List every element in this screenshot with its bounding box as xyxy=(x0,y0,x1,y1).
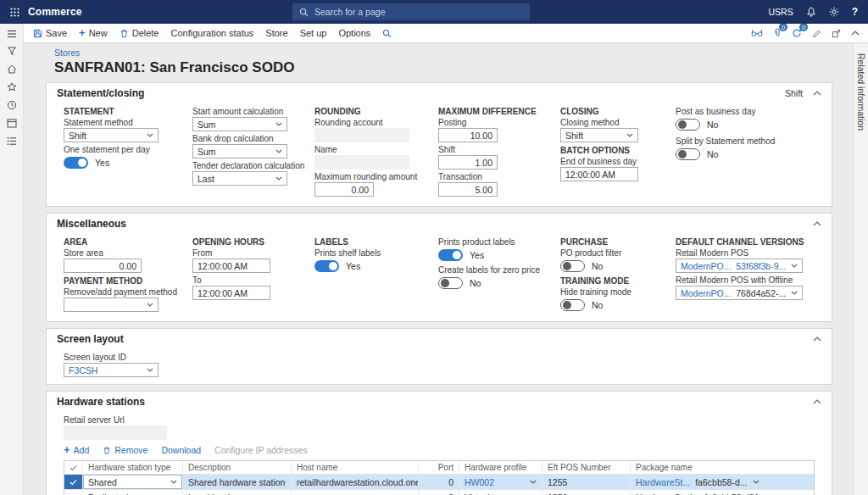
plus-icon: + xyxy=(64,446,70,454)
posting-input[interactable]: 10.00 xyxy=(438,128,498,142)
maximum-rounding-amount-input[interactable]: 0.00 xyxy=(314,182,374,197)
start-amount-calculation-select[interactable]: Sum xyxy=(192,117,287,131)
column-header-description[interactable]: Description xyxy=(183,461,292,474)
tab-options[interactable]: Options xyxy=(332,24,376,42)
tab-configuration-status[interactable]: Configuration status xyxy=(164,24,259,42)
tender-declaration-calculation-select[interactable]: Last xyxy=(192,171,287,186)
post-as-business-day-toggle[interactable] xyxy=(676,119,700,131)
field-opening-to: To 12:00:00 AM xyxy=(192,275,314,300)
row-checkbox-checked[interactable] xyxy=(64,475,83,489)
screen-layout-id-select[interactable]: F3CSH xyxy=(64,363,159,377)
delete-button[interactable]: Delete xyxy=(114,24,165,42)
menu-hamburger-icon[interactable] xyxy=(7,30,17,38)
package-name-select[interactable]: HardwareSt... fa6cbb58-d... xyxy=(631,475,814,489)
bank-drop-calculation-select[interactable]: Sum xyxy=(192,144,287,159)
remove-row-button[interactable]: Remove xyxy=(103,445,147,455)
new-button[interactable]: + New xyxy=(73,24,114,42)
select-all-checkmark-icon[interactable] xyxy=(64,461,83,474)
transaction-input[interactable]: 5.00 xyxy=(438,182,498,197)
section-header-statement-closing[interactable]: Statement/closing Shift xyxy=(47,83,832,103)
host-name-cell[interactable]: retailhardwarestation.cloud.one... xyxy=(292,475,419,489)
download-button[interactable]: Download xyxy=(161,445,201,455)
group-header-area: AREA xyxy=(64,237,192,247)
closing-method-select[interactable]: Shift xyxy=(560,128,638,142)
open-in-new-window-icon[interactable] xyxy=(832,29,841,38)
eft-pos-number-cell[interactable]: 1255 xyxy=(542,475,631,489)
add-row-button[interactable]: + Add xyxy=(64,445,89,455)
settings-gear-icon[interactable] xyxy=(829,7,839,17)
modules-list-icon[interactable] xyxy=(7,136,17,146)
column-header-package-name[interactable]: Package name xyxy=(631,461,814,474)
collapse-section-icon[interactable] xyxy=(813,336,821,342)
home-icon[interactable] xyxy=(7,64,17,74)
column-header-host-name[interactable]: Host name xyxy=(292,461,419,474)
section-statement-closing: Statement/closing Shift STATEMENT Statem… xyxy=(46,82,832,207)
action-search-icon[interactable] xyxy=(376,24,398,42)
workspaces-window-icon[interactable] xyxy=(7,119,17,128)
related-information-panel[interactable]: Related information xyxy=(853,43,868,495)
section-header-screen-layout[interactable]: Screen layout xyxy=(47,329,832,349)
shift-input[interactable]: 1.00 xyxy=(438,155,498,170)
filter-funnel-icon[interactable] xyxy=(7,47,17,56)
description-cell[interactable]: Local hardware xyxy=(183,490,292,495)
table-row-shared[interactable]: Shared Shared hardware station retailhar… xyxy=(64,475,814,490)
store-area-input[interactable]: 0.00 xyxy=(64,259,142,273)
create-labels-for-zero-price-toggle[interactable] xyxy=(438,277,463,289)
hardware-profile-select[interactable]: HW002 xyxy=(459,475,542,489)
favorites-star-icon[interactable] xyxy=(7,82,17,92)
section-header-miscellaneous[interactable]: Miscellaneous xyxy=(47,214,832,234)
split-by-statement-method-toggle[interactable] xyxy=(676,148,700,160)
remove-add-payment-method-select[interactable] xyxy=(64,298,159,312)
retail-modern-pos-select[interactable]: ModernPO... 53f68f3b-9... xyxy=(676,259,803,273)
collapse-section-icon[interactable] xyxy=(813,399,821,404)
cell-value-id: fa6cbb58-d... xyxy=(695,477,747,487)
collapse-action-pane-icon[interactable] xyxy=(851,31,860,36)
column-header-hardware-station-type[interactable]: Hardware station type xyxy=(83,461,183,474)
column-header-hardware-profile[interactable]: Hardware profile xyxy=(459,461,542,474)
opening-to-input[interactable]: 12:00:00 AM xyxy=(192,286,270,300)
opening-from-input[interactable]: 12:00:00 AM xyxy=(192,259,270,273)
collapse-section-icon[interactable] xyxy=(813,91,821,96)
prints-shelf-labels-toggle[interactable] xyxy=(314,260,339,272)
glasses-view-icon[interactable] xyxy=(751,29,763,37)
port-cell[interactable]: 0 xyxy=(419,490,459,495)
one-statement-per-day-toggle[interactable] xyxy=(64,157,88,169)
save-button[interactable]: Save xyxy=(27,24,73,42)
section-title: Screen layout xyxy=(57,333,124,345)
hardware-station-type-select[interactable]: Shared xyxy=(83,475,183,489)
table-row-dedicated[interactable]: Dedicated Local hardware 0 Virtual 1256 … xyxy=(64,490,814,495)
global-search-input[interactable]: Search for a page xyxy=(292,3,530,20)
notifications-bell-icon[interactable] xyxy=(806,7,816,17)
edit-pencil-icon[interactable] xyxy=(812,29,821,38)
breadcrumb[interactable]: Stores xyxy=(54,47,80,58)
description-cell[interactable]: Shared hardware station xyxy=(183,475,292,489)
host-name-cell[interactable] xyxy=(292,490,419,495)
hide-training-mode-toggle[interactable] xyxy=(560,299,585,311)
retail-modern-pos-offline-select[interactable]: ModernPO... 768d4a52-... xyxy=(676,286,803,300)
section-title: Hardware stations xyxy=(57,396,145,408)
save-icon xyxy=(33,29,42,38)
tab-store[interactable]: Store xyxy=(259,24,293,42)
app-name[interactable]: Commerce xyxy=(28,6,82,18)
po-product-filter-toggle[interactable] xyxy=(560,260,585,272)
app-launcher-icon[interactable] xyxy=(10,8,19,17)
refresh-icon[interactable]: 0 xyxy=(792,28,802,38)
statement-method-select[interactable]: Shift xyxy=(64,128,159,142)
column-header-port[interactable]: Port xyxy=(419,461,459,474)
user-menu[interactable]: USRS xyxy=(768,7,793,17)
field-retail-modern-pos-offline: Retail Modern POS with Offline ModernPO.… xyxy=(676,275,815,300)
end-of-business-day-input[interactable]: 12:00:00 AM xyxy=(560,167,638,181)
eft-pos-number-cell[interactable]: 1256 xyxy=(542,490,631,495)
section-header-hardware-stations[interactable]: Hardware stations xyxy=(47,392,832,412)
package-name-cell[interactable]: HardwareStati... fa6cbb58-d81... xyxy=(631,490,814,495)
port-cell[interactable]: 0 xyxy=(419,475,459,489)
row-checkbox-unchecked[interactable] xyxy=(64,490,83,495)
field-label: Rounding account xyxy=(314,118,438,127)
attachments-icon[interactable]: 0 xyxy=(773,28,782,38)
recent-clock-icon[interactable] xyxy=(7,100,17,110)
column-header-eft-pos-number[interactable]: Eft POS Number xyxy=(542,461,631,474)
help-icon[interactable]: ? xyxy=(852,6,858,18)
prints-product-labels-toggle[interactable] xyxy=(438,249,463,261)
tab-set-up[interactable]: Set up xyxy=(294,24,333,42)
collapse-section-icon[interactable] xyxy=(813,221,821,226)
